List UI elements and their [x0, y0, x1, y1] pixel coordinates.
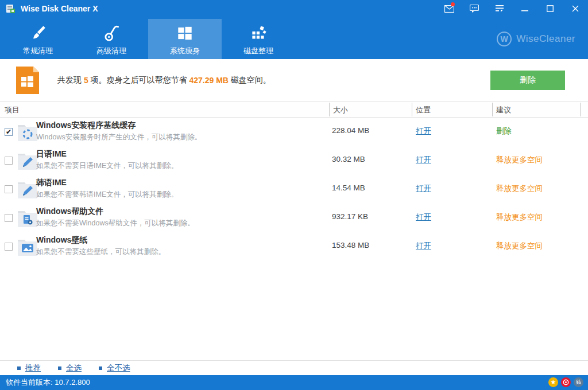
suggestion-link[interactable]: 释放更多空间	[496, 155, 543, 165]
summary-part3: 磁盘空间。	[229, 75, 271, 85]
summary-part2: 项。瘦身之后可以帮您节省	[88, 75, 189, 85]
installer-cache-folder-icon	[16, 120, 38, 143]
item-description: 如果您不需要韩语IME文件，可以将其删除。	[36, 190, 178, 200]
summary-bar: 共发现 5 项。瘦身之后可以帮您节省 427.29 MB 磁盘空间。 删除	[0, 59, 588, 102]
row-checkbox[interactable]	[5, 243, 13, 251]
brush-icon	[28, 24, 48, 43]
row-checkbox[interactable]: ✔	[5, 128, 13, 136]
select-none-link[interactable]: 全不选	[99, 363, 130, 373]
menu-icon	[495, 5, 504, 13]
item-size: 14.54 MB	[332, 184, 365, 192]
table-row: ✔ Windows安装程序基线缓存 Windows安装服务时所产生的文件，可以将…	[0, 118, 588, 146]
summary-part1: 共发现	[57, 75, 84, 85]
tab-common-clean[interactable]: 常规清理	[1, 19, 75, 59]
column-divider	[580, 103, 581, 116]
table-row: Windows壁纸 如果您不需要这些壁纸，可以将其删除。 153.48 MB 打…	[0, 232, 588, 261]
suggestion-link[interactable]: 释放更多空间	[496, 212, 543, 223]
windows-logo-icon	[175, 24, 195, 43]
item-description: 如果您不需要Windows帮助文件，可以将其删除。	[36, 219, 195, 228]
item-title: 韩语IME	[36, 178, 67, 188]
row-checkbox[interactable]	[5, 185, 13, 193]
item-title: Windows安装程序基线缓存	[36, 120, 136, 131]
item-title: Windows帮助文件	[36, 206, 103, 217]
wisecleaner-logo[interactable]: W WiseCleaner	[497, 32, 575, 46]
tab-advanced-clean[interactable]: 高级清理	[75, 19, 148, 59]
item-size: 228.04 MB	[332, 126, 369, 135]
item-size: 153.48 MB	[332, 241, 369, 249]
summary-text: 共发现 5 项。瘦身之后可以帮您节省 427.29 MB 磁盘空间。	[57, 59, 271, 102]
favorite-star-icon[interactable]: ★	[548, 377, 558, 387]
bullet-square-icon	[17, 366, 21, 370]
feedback-button[interactable]	[462, 0, 487, 17]
row-checkbox[interactable]	[5, 214, 13, 222]
app-logo-icon	[6, 3, 16, 14]
vacuum-icon	[102, 24, 121, 43]
delete-button[interactable]: 删除	[490, 71, 565, 90]
col-header-item: 项目	[5, 105, 20, 115]
suggestion-link[interactable]: 释放更多空间	[496, 184, 543, 194]
savings-size: 427.29 MB	[189, 76, 228, 85]
item-description: Windows安装服务时所产生的文件，可以将其删除。	[36, 132, 202, 142]
item-description: 如果您不需要这些壁纸，可以将其删除。	[36, 247, 165, 257]
notification-dot	[451, 2, 455, 6]
tab-label: 高级清理	[96, 46, 126, 56]
table-row: 日语IME 如果您不需要日语IME文件，可以将其删除。 30.32 MB 打开 …	[0, 146, 588, 175]
tab-system-slim[interactable]: 系统瘦身	[148, 19, 222, 59]
table-row: Windows帮助文件 如果您不需要Windows帮助文件，可以将其删除。 93…	[0, 204, 588, 232]
status-bar: 软件当前版本: 10.7.2.800 ★ 贴	[0, 375, 588, 390]
suggestion-label: 删除	[496, 126, 512, 136]
select-recommended-link[interactable]: 推荐	[17, 363, 41, 373]
link-label: 推荐	[25, 363, 41, 373]
bullet-square-icon	[99, 366, 102, 370]
tab-disk-defrag[interactable]: 磁盘整理	[222, 19, 295, 59]
app-window: Wise Disk Cleaner X	[0, 0, 588, 390]
open-location-link[interactable]: 打开	[416, 241, 431, 251]
wallpaper-folder-icon	[16, 235, 38, 258]
link-label: 全选	[66, 363, 82, 373]
tieba-share-icon[interactable]: 贴	[574, 377, 583, 387]
col-header-size: 大小	[333, 105, 348, 115]
maximize-icon	[547, 5, 554, 12]
tab-label: 常规清理	[23, 46, 53, 56]
tab-label: 系统瘦身	[170, 46, 200, 56]
open-location-link[interactable]: 打开	[416, 212, 431, 223]
share-icons: ★ 贴	[548, 377, 583, 387]
minimize-button[interactable]	[512, 0, 537, 17]
close-button[interactable]	[563, 0, 588, 17]
table-row: 韩语IME 如果您不需要韩语IME文件，可以将其删除。 14.54 MB 打开 …	[0, 175, 588, 204]
minimize-icon	[521, 5, 528, 12]
japanese-ime-folder-icon	[16, 149, 38, 172]
tab-label: 磁盘整理	[243, 46, 273, 56]
item-size: 932.17 KB	[332, 212, 368, 221]
row-checkbox[interactable]	[5, 157, 13, 165]
column-divider	[329, 103, 330, 116]
column-divider	[492, 103, 493, 116]
link-label: 全不选	[107, 363, 130, 373]
select-all-link[interactable]: 全选	[58, 363, 82, 373]
titlebar: Wise Disk Cleaner X	[0, 0, 588, 17]
open-location-link[interactable]: 打开	[416, 155, 431, 165]
chat-icon	[470, 5, 479, 13]
item-size: 30.32 MB	[332, 155, 365, 163]
suggestion-link[interactable]: 释放更多空间	[496, 241, 543, 251]
open-location-link[interactable]: 打开	[416, 126, 431, 136]
brand-name: WiseCleaner	[516, 33, 575, 45]
item-title: Windows壁纸	[36, 235, 87, 245]
close-icon	[572, 5, 579, 12]
defrag-icon	[249, 24, 268, 43]
windows-page-icon	[16, 67, 39, 94]
version-label: 软件当前版本: 10.7.2.800	[6, 375, 90, 390]
main-menu-button[interactable]	[487, 0, 512, 17]
mail-notification-button[interactable]	[436, 0, 462, 17]
item-title: 日语IME	[36, 149, 67, 159]
maximize-button[interactable]	[537, 0, 563, 17]
found-count: 5	[84, 76, 88, 85]
column-divider	[412, 103, 412, 116]
bullet-square-icon	[58, 366, 61, 370]
help-files-folder-icon	[16, 206, 38, 229]
open-location-link[interactable]: 打开	[416, 184, 431, 194]
item-description: 如果您不需要日语IME文件，可以将其删除。	[36, 161, 178, 171]
table-header: 项目 大小 位置 建议	[0, 102, 588, 118]
korean-ime-folder-icon	[16, 178, 38, 201]
weibo-share-icon[interactable]	[561, 377, 571, 387]
